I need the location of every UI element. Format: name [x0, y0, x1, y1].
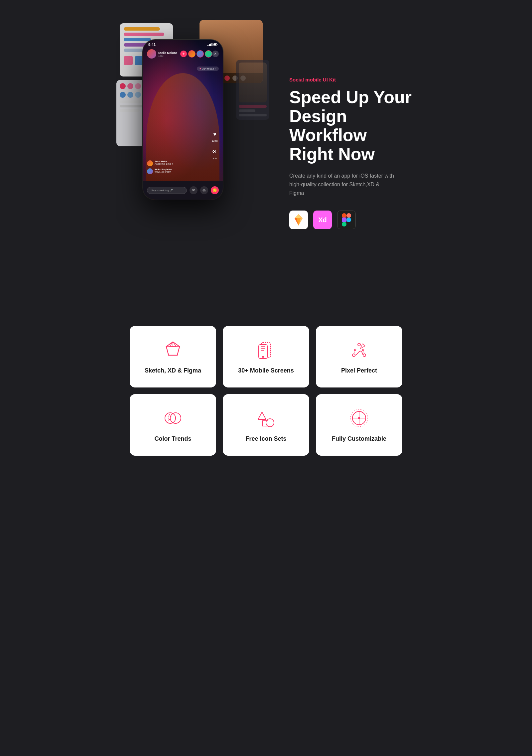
svg-point-34 [266, 419, 274, 427]
svg-point-19 [363, 354, 366, 357]
svg-point-32 [168, 420, 169, 421]
figma-icon[interactable] [337, 211, 356, 229]
feature-label-colors: Color Trends [154, 435, 191, 442]
story-avatar-2 [197, 50, 204, 58]
bar-2 [124, 33, 164, 36]
feature-card-colors: Color Trends [130, 394, 216, 456]
svg-point-30 [168, 418, 169, 419]
feature-label-customize: Fully Customizable [332, 435, 386, 442]
comment-1: Jean Walter Awesome. Love it [147, 160, 173, 166]
sketch-icon[interactable] [289, 211, 308, 229]
svg-point-27 [168, 416, 169, 417]
svg-point-18 [352, 354, 355, 357]
phone-screen: 9:41 [143, 40, 223, 200]
float-face [239, 63, 267, 102]
commenter-avatar-2 [147, 168, 153, 174]
features-grid: Sketch, XD & Figma 30+ Mobile Screens [130, 326, 402, 456]
phone-time: 9:41 [148, 43, 156, 47]
xd-icon[interactable]: Xd [313, 211, 332, 229]
svg-rect-2 [214, 44, 216, 46]
svg-point-20 [358, 343, 360, 346]
emoji-icon[interactable]: 😊 [211, 186, 219, 194]
feature-icon-sketch [162, 339, 184, 361]
svg-rect-4 [346, 213, 351, 218]
feature-card-customize: Fully Customizable [316, 394, 402, 456]
feature-card-icons: Free Icon Sets [223, 394, 309, 456]
feature-card-sketch: Sketch, XD & Figma [130, 326, 216, 387]
hero-left: 9:41 [116, 20, 269, 286]
comment-text-1: Jean Walter Awesome. Love it [155, 160, 173, 165]
side-actions: ♥ 12.5k 👁 3.8k [210, 130, 219, 160]
hero-description: Create any kind of an app for iOS faster… [289, 172, 396, 197]
view-action[interactable]: 👁 3.8k [210, 147, 219, 160]
svg-point-28 [169, 414, 170, 415]
phone-status-bar: 9:41 [143, 40, 223, 48]
svg-rect-6 [342, 222, 346, 227]
feature-label-icons: Free Icon Sets [245, 435, 286, 442]
feature-icon-pixel [348, 339, 370, 361]
phone-bottom-bar: Say something 🎤 ✉ ◎ 😊 [143, 181, 223, 200]
svg-point-37 [358, 417, 360, 419]
feature-card-pixel: Pixel Perfect [316, 326, 402, 387]
story-avatar-3 [205, 50, 212, 58]
say-something-input[interactable]: Say something 🎤 [147, 187, 187, 194]
svg-rect-5 [342, 218, 346, 222]
like-count: ♥ 21446112 > [197, 67, 219, 71]
floating-card-bottom-right [236, 60, 269, 120]
like-action[interactable]: ♥ 12.5k [210, 130, 219, 142]
svg-point-31 [169, 419, 170, 420]
float-row-2 [239, 109, 255, 112]
phone-header: Stella Malone 1263 + ✕ [143, 48, 223, 60]
feature-label-pixel: Pixel Perfect [341, 367, 377, 374]
bar-1 [124, 27, 160, 31]
comment-2: Willis Singleton Wow...so pretty! [147, 168, 173, 174]
user-name: Stella Malone [158, 51, 180, 55]
user-avatar [147, 49, 156, 59]
feature-icon-colors [162, 407, 184, 429]
hero-section: 9:41 [116, 0, 416, 306]
hero-right: Social mobile UI Kit Speed Up Your Desig… [269, 77, 416, 229]
feature-label-screens: 30+ Mobile Screens [238, 367, 294, 374]
svg-point-7 [346, 218, 351, 222]
add-button[interactable]: + [180, 51, 187, 57]
feature-label-sketch: Sketch, XD & Figma [145, 367, 201, 374]
feature-card-screens: 30+ Mobile Screens [223, 326, 309, 387]
main-phone: 9:41 [143, 40, 223, 200]
user-info: Stella Malone 1263 [158, 51, 180, 57]
story-avatars [188, 50, 212, 58]
tool-icons-row: Xd [289, 211, 416, 229]
svg-rect-3 [342, 213, 346, 218]
hero-subtitle: Social mobile UI Kit [289, 77, 416, 82]
feature-icon-customize [348, 407, 370, 429]
svg-marker-33 [258, 412, 266, 419]
commenter-avatar-1 [147, 160, 153, 166]
hero-title: Speed Up Your Design Workflow Right Now [289, 88, 416, 164]
close-button[interactable]: ✕ [212, 51, 219, 57]
feature-icon-icons [255, 407, 277, 429]
phone-comments: Jean Walter Awesome. Love it Willis Sing… [147, 160, 173, 176]
user-sub: 1263 [158, 55, 180, 57]
svg-rect-1 [217, 44, 217, 45]
phone-status-icons [207, 43, 217, 46]
float-row-3 [239, 114, 267, 116]
features-section: Sketch, XD & Figma 30+ Mobile Screens [116, 306, 416, 476]
comment-text-2: Willis Singleton Wow...so pretty! [155, 168, 172, 173]
story-avatar-1 [188, 50, 196, 58]
svg-point-29 [171, 416, 172, 417]
feature-icon-screens [255, 339, 277, 361]
float-row-1 [239, 105, 267, 108]
send-icon[interactable]: ◎ [200, 186, 208, 194]
mail-icon[interactable]: ✉ [190, 186, 198, 194]
